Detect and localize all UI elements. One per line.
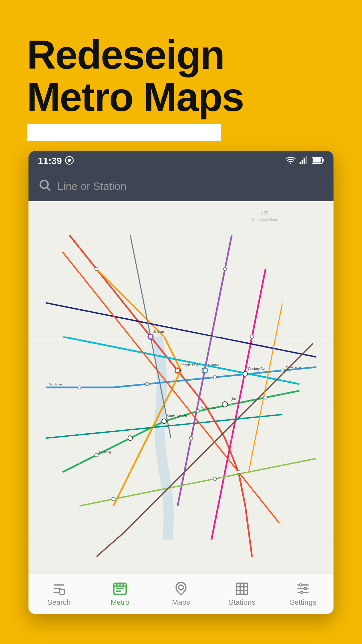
search-nav-label: Search <box>47 598 71 607</box>
white-accent-bar <box>27 124 221 141</box>
signal-icon <box>299 156 309 166</box>
battery-icon <box>312 157 324 165</box>
notification-icon <box>65 156 74 166</box>
svg-point-26 <box>196 410 199 413</box>
svg-rect-8 <box>322 159 324 162</box>
search-placeholder: Line or Station <box>57 180 323 193</box>
svg-rect-3 <box>300 162 301 164</box>
settings-nav-icon <box>296 581 310 596</box>
svg-rect-9 <box>313 158 321 163</box>
metro-nav-icon <box>113 581 127 596</box>
svg-rect-4 <box>302 160 303 164</box>
svg-point-27 <box>264 396 267 399</box>
status-bar: 11:39 <box>28 151 334 171</box>
hero-title: Redeseign Metro Maps <box>27 34 244 118</box>
svg-point-33 <box>213 477 217 480</box>
stations-nav-icon <box>235 581 249 596</box>
svg-rect-57 <box>203 368 207 372</box>
nav-item-stations[interactable]: Stations <box>212 581 273 607</box>
svg-text:Xinzhuang: Xinzhuang <box>49 383 63 386</box>
wifi-icon <box>285 157 296 165</box>
svg-text:上海: 上海 <box>259 210 268 216</box>
maps-nav-icon <box>174 581 188 596</box>
svg-text:Minhang: Minhang <box>99 450 111 454</box>
metro-map-area[interactable]: People's Sq Xujiahui Jing'an Lujiazui Ce… <box>28 201 334 574</box>
svg-text:Caobao Rd: Caobao Rd <box>201 407 216 410</box>
maps-nav-label: Maps <box>172 598 190 607</box>
search-nav-icon <box>52 581 66 596</box>
search-bar[interactable]: Line or Station <box>28 171 334 201</box>
svg-text:Century Ave: Century Ave <box>248 367 266 371</box>
svg-point-10 <box>40 180 48 188</box>
svg-text:South Station: South Station <box>167 414 187 418</box>
svg-point-2 <box>290 163 291 164</box>
svg-point-78 <box>301 591 303 593</box>
svg-text:Lujiazui: Lujiazui <box>228 397 239 401</box>
stations-nav-label: Stations <box>229 598 255 607</box>
svg-point-29 <box>189 436 193 440</box>
svg-point-22 <box>145 382 149 386</box>
nav-item-metro[interactable]: Metro <box>89 581 150 607</box>
svg-text:Xujiahui: Xujiahui <box>207 363 220 367</box>
nav-item-maps[interactable]: Maps <box>150 581 212 607</box>
search-icon <box>39 179 52 194</box>
svg-point-23 <box>213 376 217 379</box>
phone-container: 11:39 <box>28 151 334 614</box>
svg-rect-68 <box>237 583 248 594</box>
svg-point-76 <box>299 584 302 586</box>
svg-text:Jing'an: Jing'an <box>153 330 164 333</box>
svg-rect-5 <box>304 158 305 164</box>
bottom-nav: Search Metro <box>28 574 334 614</box>
svg-point-25 <box>95 453 98 457</box>
settings-nav-label: Settings <box>290 598 316 607</box>
svg-rect-59 <box>60 589 65 594</box>
svg-point-1 <box>68 159 71 162</box>
svg-point-18 <box>243 372 248 376</box>
svg-rect-56 <box>176 368 180 372</box>
svg-text:Zhangjiang: Zhangjiang <box>286 366 301 369</box>
svg-point-67 <box>179 585 184 590</box>
status-time: 11:39 <box>38 156 62 166</box>
svg-point-32 <box>112 497 115 501</box>
svg-text:People's Sq: People's Sq <box>180 363 198 367</box>
svg-rect-6 <box>306 156 307 164</box>
metro-map-svg: People's Sq Xujiahui Jing'an Lujiazui Ce… <box>28 201 334 574</box>
svg-point-77 <box>304 587 307 590</box>
nav-item-settings[interactable]: Settings <box>273 581 334 607</box>
svg-text:Shanghai Metro: Shanghai Metro <box>252 218 278 222</box>
svg-rect-58 <box>148 335 153 339</box>
svg-line-11 <box>47 187 50 191</box>
nav-item-search[interactable]: Search <box>28 581 89 607</box>
metro-nav-label: Metro <box>111 598 129 607</box>
svg-point-19 <box>162 419 166 424</box>
